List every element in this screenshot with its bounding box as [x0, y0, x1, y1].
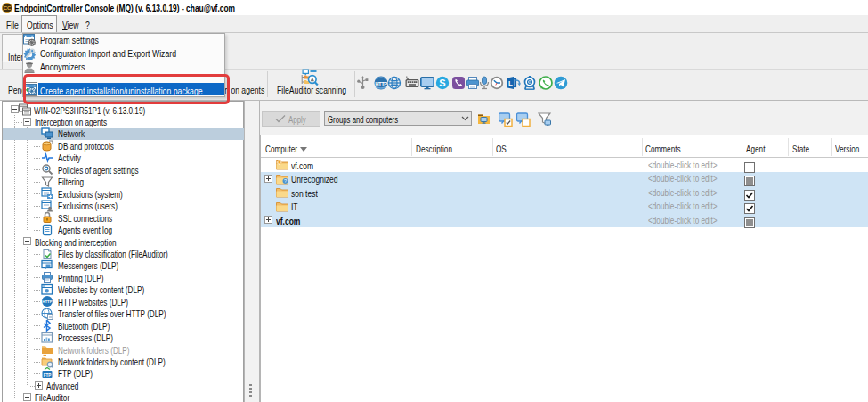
- svg-text:?: ?: [284, 178, 287, 184]
- svg-text:HTTP: HTTP: [42, 299, 53, 304]
- svg-text:FTP: FTP: [43, 373, 51, 378]
- svg-text:HTTP: HTTP: [375, 81, 387, 86]
- svg-text:S: S: [439, 78, 445, 88]
- svg-text:L: L: [508, 79, 513, 87]
